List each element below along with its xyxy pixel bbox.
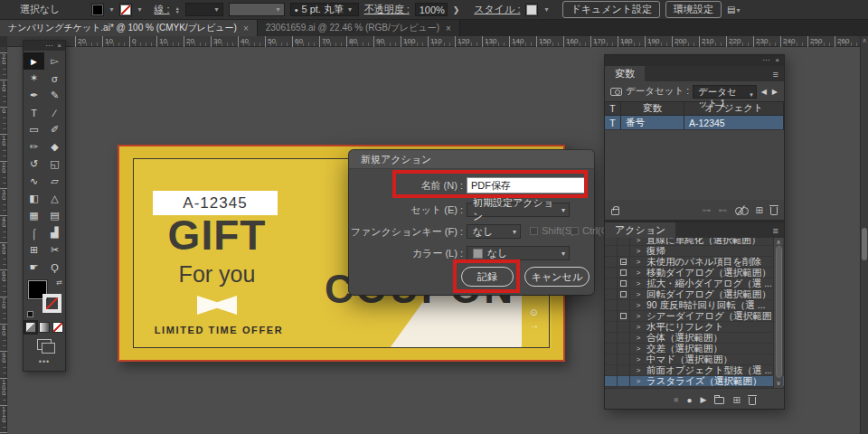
magic-wand-tool[interactable]: ✶ (24, 70, 44, 87)
style-label[interactable]: スタイル : (474, 3, 520, 16)
panel-collapse-icon[interactable]: ⋯ (762, 57, 769, 64)
preferences-button[interactable]: 環境設定 (665, 1, 722, 18)
scroll-down-icon[interactable]: ∨ (774, 380, 783, 387)
close-icon[interactable]: × (775, 57, 779, 64)
stroke-weight-combo[interactable]: ▾ (185, 3, 223, 16)
tab-actions[interactable]: アクション (605, 222, 675, 238)
none-mode-button[interactable] (52, 322, 63, 333)
expand-arrow-icon[interactable]: > (630, 279, 646, 288)
action-dialog-toggle-cell[interactable] (618, 365, 630, 375)
function-key-select[interactable]: なし ▾ (467, 224, 521, 239)
action-row[interactable]: >ラスタライズ（選択範囲） (605, 376, 784, 387)
brush-definition-combo[interactable]: • 5 pt. 丸筆 ▾ (290, 3, 359, 16)
capture-dataset-icon[interactable] (610, 88, 622, 96)
stop-icon[interactable]: ■ (674, 395, 678, 404)
eraser-tool[interactable]: ◆ (44, 138, 65, 156)
default-fill-stroke-icon[interactable] (27, 311, 33, 317)
stroke-weight-label[interactable]: 線 : (155, 3, 170, 16)
action-toggle-cell[interactable] (605, 344, 618, 354)
rectangle-tool[interactable]: ▭ (24, 121, 44, 138)
stroke-swatch[interactable] (42, 294, 61, 313)
screen-mode-icon[interactable] (37, 339, 52, 350)
new-variable-icon[interactable]: ⊞ (756, 205, 763, 215)
action-dialog-toggle-cell[interactable] (618, 354, 630, 364)
expand-arrow-icon[interactable]: > (630, 258, 646, 266)
expand-arrow-icon[interactable]: > (630, 366, 646, 374)
stroke-weight-stepper[interactable]: ▲▼ (175, 6, 180, 14)
gradient-tool[interactable]: ▤ (44, 207, 65, 224)
action-dialog-toggle-cell[interactable] (618, 257, 630, 267)
pencil-tool[interactable]: ✏ (24, 138, 44, 156)
graph-tool[interactable]: ▟ (44, 224, 65, 241)
action-dialog-toggle-cell[interactable] (618, 289, 630, 299)
gradient-mode-button[interactable] (39, 322, 50, 333)
width-tool[interactable]: ∿ (24, 173, 44, 190)
expand-arrow-icon[interactable]: > (630, 312, 646, 320)
shape-builder-tool[interactable]: ◧ (24, 190, 44, 207)
color-mode-button[interactable] (25, 322, 36, 333)
action-dialog-toggle-cell[interactable] (618, 268, 630, 278)
new-action-icon[interactable]: ⊞ (732, 395, 740, 405)
set-select[interactable]: 初期設定アクション ▾ (467, 203, 570, 217)
rotate-tool[interactable]: ↺ (24, 156, 44, 173)
action-toggle-cell[interactable] (605, 238, 618, 245)
document-tab-inactive[interactable]: 23061659.ai @ 22.46 % (RGB/プレビュー) × (258, 20, 460, 36)
action-toggle-cell[interactable] (605, 365, 618, 375)
trash-icon[interactable] (749, 397, 756, 405)
panel-menu-icon[interactable]: ≡ (773, 69, 778, 80)
action-toggle-cell[interactable] (605, 354, 618, 364)
action-toggle-cell[interactable] (605, 278, 618, 288)
action-toggle-cell[interactable] (605, 289, 618, 299)
new-set-folder-icon[interactable] (714, 397, 724, 404)
expand-arrow-icon[interactable]: > (630, 377, 646, 385)
action-dialog-toggle-cell[interactable] (618, 278, 630, 288)
document-tab-active[interactable]: ナンバリングチケット.ai* @ 100 % (CMYK/プレビュー) × (0, 20, 258, 36)
dataset-select[interactable]: データセット 1 ▾ (693, 85, 757, 99)
variable-row-selected[interactable]: T 番号 A-12345 (605, 116, 784, 129)
actions-scrollbar[interactable]: ∧ ∨ (773, 238, 783, 388)
zoom-tool[interactable]: Ϙ (44, 259, 65, 276)
play-icon[interactable]: ▶ (700, 395, 706, 404)
action-name-input[interactable] (467, 177, 588, 193)
color-select[interactable]: なし ▾ (467, 246, 570, 260)
paintbrush-tool[interactable]: ✐ (44, 121, 65, 138)
close-icon[interactable]: × (243, 24, 249, 33)
mesh-tool[interactable]: ▦ (24, 207, 44, 224)
panel-menu-icon[interactable]: ≡ (773, 225, 778, 236)
lock-icon[interactable] (611, 209, 619, 215)
pen-tool[interactable]: ✒ (24, 87, 44, 104)
opacity-input[interactable]: 100% (415, 3, 448, 16)
document-setup-button[interactable]: ドキュメント設定 (562, 1, 660, 18)
record-icon[interactable]: ● (686, 395, 692, 405)
expand-arrow-icon[interactable]: > (630, 238, 646, 244)
scroll-up-icon[interactable]: ∧ (774, 239, 783, 246)
shift-checkbox[interactable]: Shift(S) (530, 225, 575, 236)
stroke-color-swatch[interactable] (119, 4, 132, 16)
action-toggle-cell[interactable] (605, 246, 618, 256)
expand-arrow-icon[interactable]: > (630, 301, 646, 309)
arrange-documents-icon[interactable]: ▤▾ (727, 5, 740, 14)
action-toggle-cell[interactable] (605, 376, 618, 386)
next-dataset-icon[interactable]: ▶ (771, 88, 778, 96)
unlink-variable-icon[interactable] (735, 206, 749, 214)
action-toggle-cell[interactable] (605, 311, 618, 321)
action-toggle-cell[interactable] (605, 322, 618, 332)
action-dialog-toggle-cell[interactable] (618, 376, 630, 386)
slice-tool[interactable]: ✂ (44, 241, 65, 259)
curvature-tool[interactable]: ✎ (44, 87, 65, 104)
selection-tool[interactable]: ► (24, 52, 44, 70)
trash-icon[interactable] (770, 207, 778, 215)
line-segment-tool[interactable]: ∕ (44, 104, 65, 121)
action-dialog-toggle-cell[interactable] (618, 333, 630, 343)
expand-arrow-icon[interactable]: > (630, 247, 646, 255)
style-swatch[interactable] (525, 4, 538, 16)
lasso-tool[interactable]: σ (44, 70, 65, 87)
chevron-down-icon[interactable]: ▾ (544, 5, 548, 14)
action-toggle-cell[interactable] (605, 333, 618, 343)
scale-tool[interactable]: ◱ (44, 156, 65, 173)
direct-selection-tool[interactable]: ▻ (44, 52, 65, 70)
action-dialog-toggle-cell[interactable] (618, 344, 630, 354)
record-button[interactable]: 記録 (461, 267, 514, 287)
tab-variables[interactable]: 変数 (605, 66, 645, 81)
action-row[interactable]: >直線に単純化（選択範囲） (605, 238, 784, 246)
